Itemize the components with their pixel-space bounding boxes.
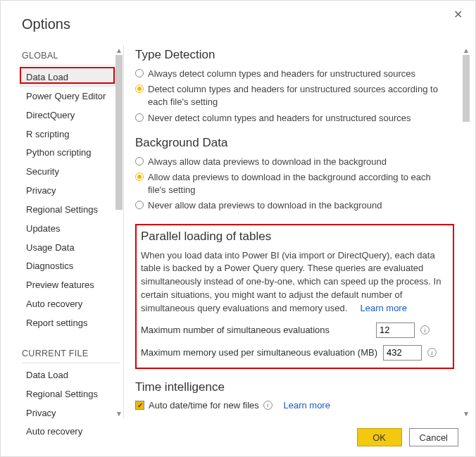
dialog-body: GLOBAL Data Load Power Query Editor Dire… (1, 45, 475, 418)
sidebar-item-security[interactable]: Security (22, 163, 120, 182)
scroll-down-icon[interactable]: ▼ (461, 408, 471, 418)
sidebar-item-r-scripting[interactable]: R scripting (22, 125, 120, 144)
sidebar-section-current-file: CURRENT FILE (22, 343, 120, 363)
field-label: Maximum memory used per simultaneous eva… (141, 347, 377, 358)
radio-label: Allow data previews to download in the b… (148, 171, 454, 196)
sidebar-item-data-load[interactable]: Data Load (20, 68, 120, 87)
scroll-up-icon[interactable]: ▲ (114, 45, 124, 55)
max-memory-input[interactable] (383, 345, 422, 361)
info-icon[interactable]: i (263, 401, 273, 410)
radio-label: Never allow data previews to download in… (148, 199, 454, 212)
sidebar-item-power-query-editor[interactable]: Power Query Editor (22, 87, 120, 106)
radio-label: Detect column types and headers for unst… (148, 83, 454, 108)
sidebar-item-cf-auto-recovery[interactable]: Auto recovery (22, 422, 120, 442)
group-time-intel-title: Time intelligence (135, 380, 454, 394)
sidebar-item-updates[interactable]: Updates (22, 220, 120, 239)
info-icon[interactable]: i (420, 325, 430, 334)
highlight-box-parallel: Parallel loading of tables When you load… (135, 224, 454, 369)
content-scrollbar[interactable]: ▲ ▼ (461, 45, 471, 418)
checkbox-auto-datetime[interactable]: ✓ Auto date/time for new files i Learn m… (135, 400, 454, 411)
sidebar-item-diagnostics[interactable]: Diagnostics (22, 257, 120, 276)
scroll-thumb[interactable] (115, 55, 123, 210)
radio-icon (135, 173, 144, 181)
radio-detect-per-file[interactable]: Detect column types and headers for unst… (135, 83, 454, 108)
sidebar-item-cf-regional-settings[interactable]: Regional Settings (22, 385, 120, 404)
radio-icon (135, 69, 144, 77)
sidebar-item-privacy[interactable]: Privacy (22, 182, 120, 201)
cancel-button[interactable]: Cancel (409, 428, 458, 446)
group-background-data-title: Background Data (135, 136, 454, 150)
sidebar-item-preview-features[interactable]: Preview features (22, 276, 120, 295)
radio-icon (135, 157, 144, 165)
ok-button[interactable]: OK (357, 428, 402, 446)
scroll-track[interactable] (114, 55, 124, 408)
radio-bg-per-file[interactable]: Allow data previews to download in the b… (135, 171, 454, 196)
checkbox-label: Auto date/time for new files (149, 400, 259, 411)
radio-label: Never detect column types and headers fo… (148, 112, 454, 125)
radio-never-detect[interactable]: Never detect column types and headers fo… (135, 112, 454, 125)
sidebar-item-regional-settings[interactable]: Regional Settings (22, 201, 120, 220)
scroll-up-icon[interactable]: ▲ (461, 45, 471, 55)
close-icon[interactable]: ✕ (453, 8, 463, 21)
radio-always-detect[interactable]: Always detect column types and headers f… (135, 68, 454, 80)
scroll-track[interactable] (461, 55, 471, 408)
dialog-footer: OK Cancel (357, 428, 458, 446)
content: Type Detection Always detect column type… (124, 48, 475, 411)
sidebar-item-python-scripting[interactable]: Python scripting (22, 144, 120, 163)
sidebar-scrollbar[interactable]: ▲ ▼ (114, 45, 124, 418)
sidebar-item-cf-privacy[interactable]: Privacy (22, 404, 120, 423)
field-label: Maximum number of simultaneous evaluatio… (141, 325, 370, 335)
radio-bg-never[interactable]: Never allow data previews to download in… (135, 199, 454, 212)
scroll-down-icon[interactable]: ▼ (114, 408, 124, 418)
radio-label: Always detect column types and headers f… (148, 68, 454, 80)
sidebar: GLOBAL Data Load Power Query Editor Dire… (1, 45, 124, 418)
dialog-title: Options (1, 1, 475, 45)
sidebar-item-auto-recovery[interactable]: Auto recovery (22, 295, 120, 314)
sidebar-item-directquery[interactable]: DirectQuery (22, 106, 120, 125)
field-max-evaluations: Maximum number of simultaneous evaluatio… (141, 323, 447, 338)
scroll-thumb[interactable] (463, 55, 470, 122)
parallel-description: When you load data into Power BI (via im… (141, 249, 447, 315)
group-type-detection-title: Type Detection (135, 48, 454, 62)
info-icon[interactable]: i (427, 348, 437, 357)
sidebar-item-usage-data[interactable]: Usage Data (22, 239, 120, 258)
sidebar-item-report-settings[interactable]: Report settings (22, 314, 120, 333)
sidebar-item-cf-data-load[interactable]: Data Load (22, 366, 120, 385)
field-max-memory: Maximum memory used per simultaneous eva… (141, 345, 447, 361)
radio-bg-always[interactable]: Always allow data previews to download i… (135, 156, 454, 168)
max-evaluations-input[interactable] (376, 323, 415, 338)
sidebar-section-global: GLOBAL (22, 45, 120, 65)
group-parallel-title: Parallel loading of tables (141, 230, 447, 244)
radio-icon (135, 113, 144, 122)
radio-icon (135, 201, 144, 209)
content-wrap: Type Detection Always detect column type… (124, 45, 475, 418)
time-intel-learn-more-link[interactable]: Learn more (283, 400, 330, 411)
parallel-learn-more-link[interactable]: Learn more (360, 303, 406, 313)
options-dialog: ✕ Options GLOBAL Data Load Power Query E… (0, 0, 476, 457)
radio-label: Always allow data previews to download i… (148, 156, 454, 168)
checkbox-icon: ✓ (135, 401, 144, 410)
radio-icon (135, 84, 144, 93)
